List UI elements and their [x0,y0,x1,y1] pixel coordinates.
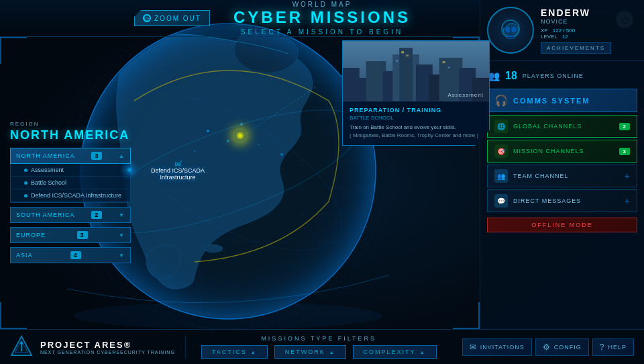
channel-team[interactable]: 👥 TEAM CHANNEL + [487,165,637,187]
filter-complexity-label: COMPLEXITY [364,349,416,355]
team-channel-plus[interactable]: + [625,171,630,181]
svg-rect-45 [406,54,409,56]
svg-rect-38 [399,48,413,101]
defend-text: Defend ICS/SCADA Infrastructure [151,167,205,181]
region-header-eu[interactable]: EUROPE 3 ▼ [10,227,131,243]
filter-network[interactable]: NETWORK ▲ [274,345,346,359]
region-count-na: 3 [91,152,102,160]
xp-label: XP [541,28,548,34]
west-point [126,167,133,173]
region-asia: ASIA 4 ▼ [10,247,131,263]
region-count-as: 4 [70,251,81,259]
logo-icon [10,335,34,359]
comms-title: COMMS SYSTEM [513,97,590,105]
direct-channel-plus[interactable]: + [625,195,630,206]
zoom-arrow-icon: ◎ [143,14,151,22]
info-assessment-label: Assessment [447,92,484,98]
mission-item-assessment[interactable]: Assessment [11,164,130,177]
mission-label-assessment: Assessment [31,167,64,173]
map-point[interactable] [235,130,246,141]
region-count-sa: 2 [91,211,102,219]
region-europe: EUROPE 3 ▼ [10,227,131,243]
config-button[interactable]: ⚙ CONFIG [535,338,589,356]
svg-rect-46 [396,60,398,62]
invitations-label: INVITATIONS [480,344,525,351]
mission-channel-count: 3 [619,148,630,155]
filter-complexity[interactable]: COMPLEXITY ▲ [353,345,437,359]
region-header-sa[interactable]: SOUTH AMERICA 2 ▼ [10,207,131,223]
comms-header: 🎧 COMMS SYSTEM [487,89,637,112]
region-arrow-na: ▲ [119,153,125,159]
level-value: 12 [562,34,568,40]
logo-sub: NEXT GENERATION CYBERSECURITY TRAINING [40,350,175,355]
mission-item-defend[interactable]: Defend ICS/SCADA Infrastructure [11,189,130,202]
svg-point-58 [20,342,23,345]
svg-rect-47 [443,61,445,63]
filter-complexity-arrow: ▲ [420,350,426,355]
sub-missions-na: Assessment Battle School Defend ICS/SCAD… [10,164,131,203]
team-channel-icon: 👥 [494,169,508,183]
online-section: 👥 18 PLAYERS ONLINE [480,66,644,85]
help-label: HELP [608,344,627,351]
info-title: PREPARATION / TRAINING [350,107,482,113]
svg-point-27 [194,150,196,152]
mission-item-battle[interactable]: Battle School [11,177,130,189]
channel-direct[interactable]: 💬 DIRECT MESSAGES + [487,189,637,212]
avatar-ring [487,7,534,54]
region-label: REGION [10,121,131,127]
direct-channel-label: DIRECT MESSAGES [513,197,619,204]
players-icon: 👥 [488,71,500,81]
global-channel-label: GLOBAL CHANNELS [513,123,614,130]
global-channel-icon: 🌐 [494,120,508,133]
defend-label: 08 Defend ICS/SCADA Infrastructure [151,161,205,181]
right-panel: ENDERW NOVICE XP 122 / 500 LEVEL 12 ACHI… [480,0,644,364]
page-subtitle: SELECT A MISSION TO BEGIN [233,28,411,36]
filter-tactics[interactable]: TACTICS ▲ [201,345,268,359]
filter-buttons: TACTICS ▲ NETWORK ▲ COMPLEXITY ▲ [199,345,439,359]
invitations-button[interactable]: ✉ INVITATIONS [462,338,532,356]
config-label: CONFIG [554,344,582,351]
region-header-as[interactable]: ASIA 4 ▼ [10,247,131,263]
info-image: Assessment [343,41,489,101]
world-map-label: WORLD MAP [233,1,411,8]
region-name-eu: EUROPE [16,232,46,238]
online-count: 18 [505,70,517,82]
mission-label-defend: Defend ICS/SCADA Infrastructure [31,192,121,199]
profile-rank: NOVICE [541,18,637,25]
region-count-eu: 3 [77,231,88,239]
config-icon: ⚙ [543,343,551,352]
page-title: CYBER MISSIONS [233,8,411,27]
level-label: LEVEL [541,34,557,40]
global-channel-count: 2 [619,123,630,130]
channel-global[interactable]: 🌐 GLOBAL CHANNELS 2 [487,115,637,138]
svg-point-18 [204,244,223,253]
invitations-icon: ✉ [470,343,477,352]
bottom-center: MISSIONS TYPE FILTERS TACTICS ▲ NETWORK … [186,335,452,359]
region-title: NORTH AMERICA [10,128,131,142]
profile-name: ENDERW [541,7,637,18]
channel-mission[interactable]: 🎯 MISSION CHANNELS 3 [487,140,637,163]
svg-point-31 [280,153,283,156]
svg-point-1 [74,302,382,329]
mission-channel-icon: 🎯 [494,144,508,158]
online-text: PLAYERS ONLINE [523,73,584,79]
svg-point-29 [258,144,260,146]
zoom-out-button[interactable]: ◎ ZOOM OUT [134,10,210,26]
level-info: LEVEL 12 [541,34,637,40]
svg-point-28 [240,123,243,126]
help-button[interactable]: ? HELP [592,338,634,356]
region-arrow-as: ▼ [119,253,125,259]
mission-dot-1 [24,169,28,172]
logo-text-group: PROJECT ARES® NEXT GENERATION CYBERSECUR… [40,340,175,355]
mission-label-battle: Battle School [31,179,66,186]
achievements-button[interactable]: ACHIEVEMENTS [541,42,611,54]
svg-point-25 [207,130,209,132]
filter-tactics-label: TACTICS [212,349,247,355]
filter-title: MISSIONS TYPE FILTERS [199,335,439,342]
filter-network-label: NETWORK [285,349,325,355]
region-north-america: NORTH AMERICA 3 ▲ Assessment Battle Scho… [10,148,131,203]
avatar-container [487,7,534,54]
svg-rect-48 [448,66,450,69]
offline-badge: OFFLINE MODE [487,218,637,232]
region-header-na[interactable]: NORTH AMERICA 3 ▲ [10,148,131,164]
